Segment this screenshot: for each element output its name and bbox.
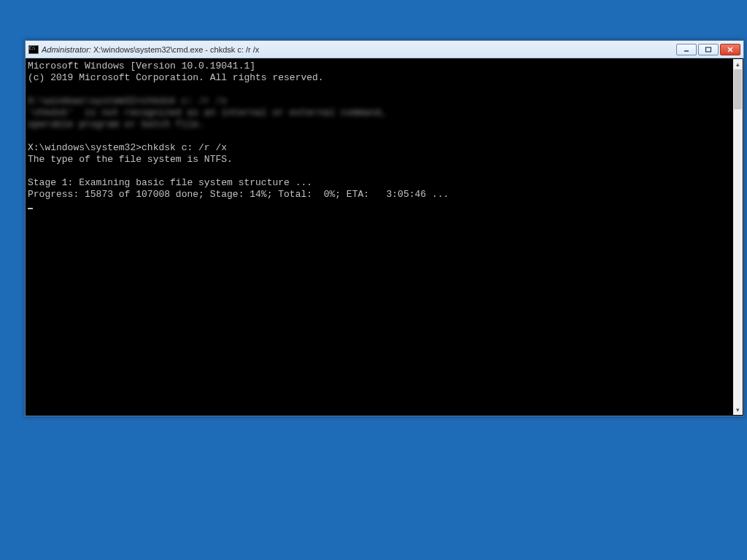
scroll-track[interactable] (733, 69, 743, 405)
scroll-down-arrow[interactable]: ▾ (733, 405, 743, 415)
svg-rect-1 (706, 47, 711, 52)
scroll-up-arrow[interactable]: ▴ (733, 59, 743, 69)
command-prompt: X:\windows\system32>chkdsk c: /r /x (28, 142, 227, 153)
maximize-button[interactable] (698, 44, 719, 55)
cmd-window: Administrator: X:\windows\system32\cmd.e… (25, 40, 744, 416)
window-titlebar[interactable]: Administrator: X:\windows\system32\cmd.e… (26, 41, 743, 58)
window-controls (676, 44, 743, 55)
blurred-text: X:\windows\system32>chkdsk c: /r /x (28, 96, 227, 106)
copyright-line: (c) 2019 Microsoft Corporation. All righ… (28, 72, 324, 83)
filesystem-type: The type of the file system is NTFS. (28, 154, 233, 165)
text-cursor (28, 208, 33, 209)
terminal-output[interactable]: Microsoft Windows [Version 10.0.19041.1]… (26, 59, 733, 415)
scroll-thumb[interactable] (734, 69, 742, 109)
blurred-text: 'chkdsk' is not recognized as an interna… (28, 107, 386, 118)
minimize-button[interactable] (676, 44, 697, 55)
progress-line: Progress: 15873 of 107008 done; Stage: 1… (28, 189, 449, 200)
blurred-text: operable program or batch file. (28, 119, 204, 130)
cmd-icon (28, 45, 39, 54)
stage-line: Stage 1: Examining basic file system str… (28, 177, 312, 188)
version-line: Microsoft Windows [Version 10.0.19041.1] (28, 61, 255, 71)
window-title: Administrator: X:\windows\system32\cmd.e… (42, 45, 676, 54)
close-button[interactable] (720, 44, 740, 55)
vertical-scrollbar[interactable]: ▴ ▾ (733, 59, 743, 415)
